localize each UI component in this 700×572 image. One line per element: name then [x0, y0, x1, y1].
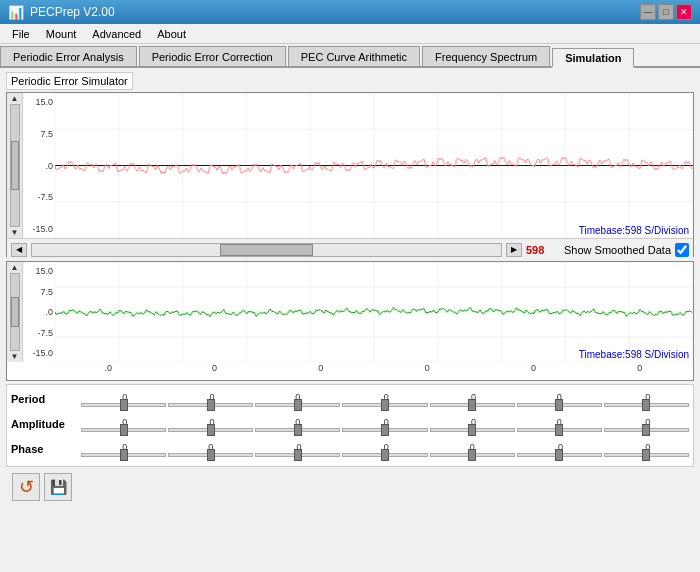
chart1-scroll-left[interactable]: ◀: [11, 243, 27, 257]
chart2-scroll-up[interactable]: ▲: [11, 263, 19, 272]
phase-slider-input-4[interactable]: [430, 453, 515, 457]
chart2-area: 15.0 7.5 .0 -7.5 -15.0 Timebase:598 S/Di…: [23, 262, 693, 362]
period-slider-input-4[interactable]: [430, 403, 515, 407]
chart1-scroll-right[interactable]: ▶: [506, 243, 522, 257]
period-slider-1: .0: [168, 392, 253, 407]
menu-advanced[interactable]: Advanced: [84, 26, 149, 42]
chart1-scrollbar-thumb[interactable]: [220, 244, 314, 256]
bottom-toolbar: ↺ 💾: [6, 470, 694, 504]
phase-slider-input-1[interactable]: [168, 453, 253, 457]
maximize-button[interactable]: □: [658, 4, 674, 20]
chart2-y-label-mid-low: -7.5: [23, 328, 55, 338]
tab-periodic-error-correction[interactable]: Periodic Error Correction: [139, 46, 286, 66]
titlebar: 📊 PECPrep V2.00 — □ ✕: [0, 0, 700, 24]
chart1-smooth-label: Show Smoothed Data: [564, 244, 671, 256]
amplitude-sliders: .0 .0 0 .0 .0: [81, 417, 689, 432]
amplitude-slider-input-0[interactable]: [81, 428, 166, 432]
amplitude-slider-input-2[interactable]: [255, 428, 340, 432]
app-title: PECPrep V2.00: [30, 5, 115, 19]
phase-slider-2: .0: [255, 442, 340, 457]
menu-file[interactable]: File: [4, 26, 38, 42]
chart1-y-label-min: -15.0: [23, 224, 55, 234]
x-label-5: 0: [587, 363, 693, 373]
app-icon: 📊: [8, 5, 24, 20]
amplitude-slider-input-6[interactable]: [604, 428, 689, 432]
period-slider-input-0[interactable]: [81, 403, 166, 407]
menu-mount[interactable]: Mount: [38, 26, 85, 42]
chart1-scroll-value: 598: [526, 244, 556, 256]
phase-slider-input-2[interactable]: [255, 453, 340, 457]
period-slider-input-6[interactable]: [604, 403, 689, 407]
tab-periodic-error-analysis[interactable]: Periodic Error Analysis: [0, 46, 137, 66]
period-slider-input-5[interactable]: [517, 403, 602, 407]
phase-slider-input-6[interactable]: [604, 453, 689, 457]
save-button[interactable]: 💾: [44, 473, 72, 501]
group-label: Periodic Error Simulator: [6, 72, 133, 90]
close-button[interactable]: ✕: [676, 4, 692, 20]
save-icon: 💾: [50, 479, 67, 495]
chart2-y-label-mid-high: 7.5: [23, 287, 55, 297]
amplitude-slider-4: .0: [430, 417, 515, 432]
phase-slider-input-5[interactable]: [517, 453, 602, 457]
chart2-y-label-min: -15.0: [23, 348, 55, 358]
amplitude-slider-input-3[interactable]: [342, 428, 427, 432]
x-label-1: 0: [161, 363, 267, 373]
chart1-smooth-checkbox[interactable]: [675, 243, 689, 257]
period-slider-3: .0: [342, 392, 427, 407]
period-slider-2: 0: [255, 392, 340, 407]
amplitude-slider-6: .0: [604, 417, 689, 432]
phase-slider-input-0[interactable]: [81, 453, 166, 457]
chart1-y-label-mid-high: 7.5: [23, 129, 55, 139]
phase-slider-1: 0: [168, 442, 253, 457]
amplitude-slider-3: .0: [342, 417, 427, 432]
chart2-y-scrollbar[interactable]: ▲ ▼: [7, 262, 23, 362]
minimize-button[interactable]: —: [640, 4, 656, 20]
period-slider-6: .0: [604, 392, 689, 407]
x-label-0: .0: [55, 363, 161, 373]
main-content: Periodic Error Simulator ▲ ▼ 15.0 7.5 .0…: [0, 68, 700, 508]
chart2-y-label-zero: .0: [23, 307, 55, 317]
chart1-scrollbar[interactable]: ◀ ▶ 598 Show Smoothed Data: [7, 238, 693, 260]
period-label: Period: [11, 393, 81, 405]
period-sliders: .0 .0 0 .0 .0: [81, 392, 689, 407]
period-slider-0: .0: [81, 392, 166, 407]
chart1-area: 15.0 7.5 .0 -7.5 -15.0 Timebase:598 S/Di…: [23, 93, 693, 238]
phase-slider-0: .0: [81, 442, 166, 457]
amplitude-slider-input-1[interactable]: [168, 428, 253, 432]
chart2-scroll-down[interactable]: ▼: [11, 352, 19, 361]
x-label-3: 0: [374, 363, 480, 373]
tabbar: Periodic Error Analysis Periodic Error C…: [0, 44, 700, 68]
chart2-timebase: Timebase:598 S/Division: [579, 349, 689, 360]
amplitude-slider-input-5[interactable]: [517, 428, 602, 432]
period-slider-input-1[interactable]: [168, 403, 253, 407]
x-label-4: 0: [480, 363, 586, 373]
amplitude-row: Amplitude .0 .0 0 .0: [11, 413, 689, 435]
period-slider-input-3[interactable]: [342, 403, 427, 407]
tab-simulation[interactable]: Simulation: [552, 48, 634, 68]
phase-sliders: .0 0 .0 .0 0: [81, 442, 689, 457]
params-section: Period .0 .0 0 .0: [6, 384, 694, 467]
amplitude-label: Amplitude: [11, 418, 81, 430]
chart1-scroll-up[interactable]: ▲: [11, 94, 19, 103]
period-slider-5: 0: [517, 392, 602, 407]
tab-frequency-spectrum[interactable]: Frequency Spectrum: [422, 46, 550, 66]
amplitude-slider-5: 0: [517, 417, 602, 432]
phase-slider-input-3[interactable]: [342, 453, 427, 457]
menu-about[interactable]: About: [149, 26, 194, 42]
chart1-y-scrollbar[interactable]: ▲ ▼: [7, 93, 23, 238]
chart1-scroll-down[interactable]: ▼: [11, 228, 19, 237]
period-row: Period .0 .0 0 .0: [11, 388, 689, 410]
phase-slider-5: .0: [517, 442, 602, 457]
refresh-button[interactable]: ↺: [12, 473, 40, 501]
amplitude-slider-input-4[interactable]: [430, 428, 515, 432]
chart1-timebase: Timebase:598 S/Division: [579, 225, 689, 236]
phase-label: Phase: [11, 443, 81, 455]
chart1-y-label-max: 15.0: [23, 97, 55, 107]
chart1-scrollbar-track[interactable]: [31, 243, 502, 257]
chart2-y-label-max: 15.0: [23, 266, 55, 276]
phase-slider-3: .0: [342, 442, 427, 457]
period-slider-input-2[interactable]: [255, 403, 340, 407]
tab-pec-curve-arithmetic[interactable]: PEC Curve Arithmetic: [288, 46, 420, 66]
amplitude-slider-1: .0: [168, 417, 253, 432]
chart2-panel: ▲ ▼ 15.0 7.5 .0 -7.5 -15.0 Timebase:598 …: [6, 261, 694, 381]
